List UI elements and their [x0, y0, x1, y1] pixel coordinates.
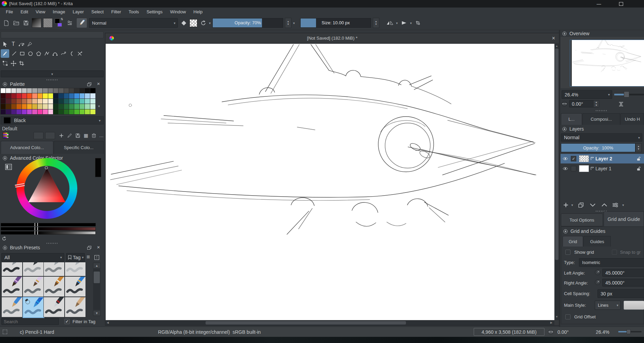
- palette-swatch[interactable]: [43, 109, 48, 115]
- palette-swatch[interactable]: [48, 93, 53, 98]
- palette-swatch[interactable]: [16, 88, 22, 93]
- palette-swatch[interactable]: [38, 99, 43, 104]
- palette-swatch[interactable]: [48, 104, 53, 109]
- minimize-button[interactable]: —: [591, 0, 607, 8]
- main-style-select[interactable]: Lines ▾: [595, 301, 621, 310]
- palette-swatch[interactable]: [22, 99, 27, 104]
- palette-swatch[interactable]: [69, 93, 74, 98]
- palette-swatch[interactable]: [85, 93, 90, 98]
- layer-blend-mode-select[interactable]: Normal ▾: [561, 133, 642, 142]
- palette-swatch[interactable]: [16, 109, 22, 115]
- tab-grid-and-guides[interactable]: Grid and Guide: [604, 211, 644, 226]
- palette-swatch[interactable]: [53, 104, 58, 109]
- filter-in-tag-checkbox[interactable]: ✓: [64, 319, 70, 324]
- eraser-mode-button[interactable]: [180, 19, 188, 27]
- layer-opacity-spinner[interactable]: ▲▼: [635, 143, 642, 152]
- palette-swatch[interactable]: [6, 104, 11, 109]
- tool-multibrush[interactable]: [76, 49, 83, 58]
- inherit-alpha-icon[interactable]: [591, 157, 594, 160]
- docker-lock-icon[interactable]: [3, 156, 7, 160]
- shade-strip-3[interactable]: [1, 231, 96, 235]
- triangle-cursor[interactable]: [45, 166, 48, 169]
- palette-swatch[interactable]: [43, 99, 48, 104]
- palette-swatch[interactable]: [90, 99, 95, 104]
- vscroll-thumb[interactable]: [555, 49, 558, 260]
- tool-calligraphy[interactable]: [26, 40, 34, 48]
- palette-swatch[interactable]: [53, 109, 58, 115]
- move-layer-down-button[interactable]: [587, 203, 599, 207]
- chevron-down-icon[interactable]: ▾: [396, 21, 398, 25]
- palette-swatch[interactable]: [53, 88, 58, 93]
- layer-visibility-icon[interactable]: [563, 167, 568, 171]
- brush-preset[interactable]: [23, 262, 44, 276]
- left-angle-field[interactable]: 45.0000°: [602, 269, 644, 277]
- brush-preset[interactable]: [23, 276, 44, 297]
- tab-advanced-color-selector[interactable]: Advanced Colo...: [1, 141, 53, 154]
- brush-scrollbar-track[interactable]: [93, 269, 101, 310]
- palette-swatch[interactable]: [32, 104, 37, 109]
- chevron-down-icon[interactable]: ▾: [293, 21, 295, 25]
- shade-strip-handle[interactable]: [35, 231, 38, 235]
- value-history-bar[interactable]: [95, 158, 101, 177]
- palette-swatch[interactable]: [58, 88, 64, 93]
- save-palette-button[interactable]: [76, 133, 80, 138]
- tool-transform[interactable]: [1, 60, 9, 67]
- tool-crop[interactable]: [18, 60, 25, 67]
- palette-swatch[interactable]: [22, 93, 27, 98]
- canvas-vscrollbar[interactable]: ▲ ▼: [554, 44, 559, 320]
- vscroll-down-arrow[interactable]: ▼: [555, 315, 558, 318]
- palette-swatch[interactable]: [1, 104, 6, 109]
- docker-lock-icon[interactable]: [562, 127, 567, 131]
- layer-checkbox[interactable]: ✓: [571, 156, 576, 161]
- menu-item-layer[interactable]: Layer: [69, 9, 88, 14]
- brush-preset[interactable]: [43, 262, 65, 276]
- palette-swatch[interactable]: [11, 99, 16, 104]
- overview-zoom-select[interactable]: 26.4% ▾: [562, 90, 612, 99]
- palette-swatch[interactable]: [80, 93, 85, 98]
- palette-swatch[interactable]: [53, 93, 58, 98]
- tool-rectangle[interactable]: [18, 49, 26, 58]
- zoom-slider-handle[interactable]: [627, 329, 631, 334]
- brush-preset[interactable]: [65, 276, 86, 297]
- tab-compositions[interactable]: Composi...: [582, 113, 620, 125]
- hscroll-right-arrow[interactable]: ▶: [550, 321, 552, 324]
- add-color-button[interactable]: [59, 133, 64, 138]
- palette-swatch[interactable]: [27, 109, 32, 115]
- rotation-spinner[interactable]: ▲▼: [594, 101, 599, 107]
- palette-swatch[interactable]: [64, 88, 69, 93]
- palette-swatch[interactable]: [32, 109, 37, 115]
- layer-visibility-icon[interactable]: [563, 157, 568, 161]
- docker-lock-icon[interactable]: [562, 31, 567, 36]
- brush-preset-selected[interactable]: [23, 297, 44, 318]
- opacity-spinner[interactable]: ▲▼: [285, 18, 291, 28]
- tool-freehand-path[interactable]: [60, 49, 67, 58]
- brush-filter-select[interactable]: All ▾: [1, 253, 64, 262]
- palette-swatch[interactable]: [69, 104, 74, 109]
- palette-swatch[interactable]: [85, 99, 90, 104]
- menu-item-window[interactable]: Window: [166, 9, 189, 14]
- docker-lock-icon[interactable]: [563, 229, 568, 234]
- add-layer-button[interactable]: [562, 202, 569, 208]
- move-layer-up-button[interactable]: [599, 203, 610, 207]
- overview-thumbnail-area[interactable]: [561, 37, 644, 88]
- size-slider[interactable]: Size: 10.00 px: [300, 18, 371, 28]
- layer-lock-icon[interactable]: [637, 167, 641, 171]
- palette-swatch[interactable]: [90, 104, 95, 109]
- palette-swatch[interactable]: [27, 99, 32, 104]
- brush-preset[interactable]: [43, 297, 65, 317]
- overview-zoom-slider[interactable]: [614, 94, 644, 95]
- palette-swatch[interactable]: [69, 99, 74, 104]
- palette-swatch[interactable]: [80, 88, 85, 93]
- palette-swatch[interactable]: [64, 109, 69, 115]
- menu-item-tools[interactable]: Tools: [125, 9, 143, 14]
- palette-swatch[interactable]: [6, 93, 11, 98]
- edit-brush-settings-button[interactable]: [76, 18, 87, 28]
- background-color[interactable]: [57, 23, 62, 27]
- palette-swatch[interactable]: [1, 93, 6, 98]
- delete-color-button[interactable]: [92, 133, 96, 138]
- chevron-down-icon[interactable]: ▾: [620, 203, 626, 207]
- zoom-slider[interactable]: [618, 331, 642, 332]
- brush-preset[interactable]: [1, 262, 23, 276]
- palette-swatch[interactable]: [90, 88, 95, 93]
- new-document-button[interactable]: [2, 19, 10, 27]
